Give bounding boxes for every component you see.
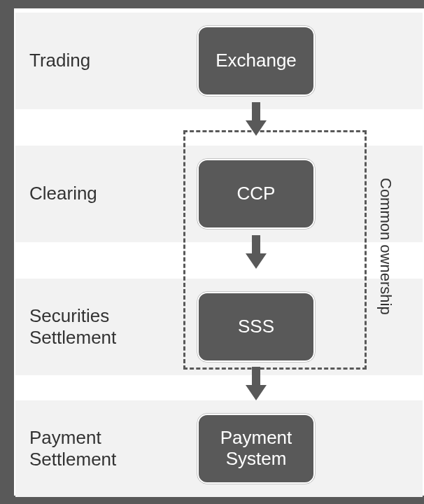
diagram-outer-frame: Trading Exchange Clearing CCP Securities… bbox=[0, 0, 424, 504]
stage-row-trading: Trading Exchange bbox=[15, 13, 423, 109]
arrow-down-icon bbox=[246, 235, 267, 269]
stage-label-securities-settlement: Securities Settlement bbox=[29, 305, 155, 349]
stage-label-payment-settlement: Payment Settlement bbox=[29, 427, 155, 470]
stage-box-payment-system: Payment System bbox=[197, 414, 315, 484]
stage-row-clearing: Clearing CCP bbox=[15, 146, 423, 242]
stage-row-securities-settlement: Securities Settlement SSS bbox=[15, 279, 423, 375]
diagram-inner-frame: Trading Exchange Clearing CCP Securities… bbox=[14, 8, 424, 496]
arrow-down-icon bbox=[246, 102, 267, 136]
common-ownership-label: Common ownership bbox=[376, 178, 395, 315]
stage-label-trading: Trading bbox=[29, 50, 90, 71]
stage-box-exchange: Exchange bbox=[197, 26, 315, 96]
stage-box-sss: SSS bbox=[197, 292, 315, 362]
stage-row-payment-settlement: Payment Settlement Payment System bbox=[15, 400, 423, 497]
stage-label-clearing: Clearing bbox=[29, 183, 97, 204]
arrow-down-icon bbox=[246, 367, 267, 400]
stage-box-ccp: CCP bbox=[197, 159, 315, 229]
